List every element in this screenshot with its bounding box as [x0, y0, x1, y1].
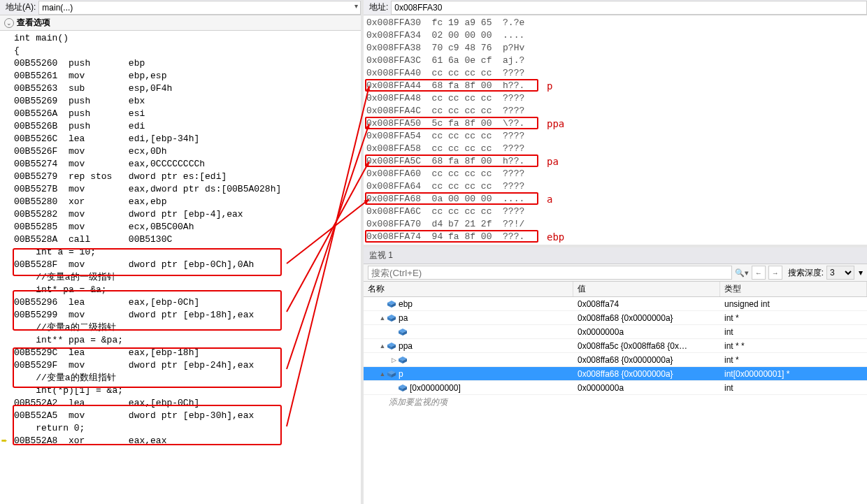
- code-line[interactable]: 00B5526C lea edi,[ebp-34h]: [14, 133, 361, 145]
- expander-icon[interactable]: ▲: [379, 343, 386, 350]
- code-line[interactable]: //变量a的数组指针: [14, 372, 361, 384]
- memory-line[interactable]: 0x008FFA70 d4 b7 21 2f ??!/: [366, 218, 864, 231]
- watch-var-name: pa: [399, 313, 408, 323]
- search-next-button[interactable]: →: [768, 266, 782, 280]
- code-line[interactable]: 00B5528A call 00B5130C: [14, 233, 361, 246]
- watch-var-type: int[0x00000001] *: [720, 367, 867, 380]
- code-line[interactable]: //变量a的二级指针: [14, 322, 361, 334]
- code-line[interactable]: {: [14, 45, 361, 57]
- expander-icon[interactable]: ▷: [390, 357, 397, 363]
- search-prev-button[interactable]: ←: [752, 266, 766, 280]
- disassembly-listing[interactable]: int main(){00B55260 push ebp00B55261 mov…: [0, 31, 361, 504]
- memory-line[interactable]: 0x008FFA34 02 00 00 00 ....: [366, 29, 864, 42]
- watch-row[interactable]: ▲p0x008ffa68 {0x0000000a}int[0x00000001]…: [364, 367, 867, 381]
- variable-icon: [387, 343, 396, 350]
- watch-row[interactable]: ebp0x008ffa74unsigned int: [364, 297, 867, 311]
- watch-var-name: ebp: [399, 299, 413, 309]
- code-line[interactable]: 00B5526A push esi: [14, 108, 361, 120]
- code-line[interactable]: 00B55299 mov dword ptr [ebp-18h],eax: [14, 309, 361, 322]
- memory-line[interactable]: 0x008FFA60 cc cc cc cc ????: [366, 168, 864, 180]
- code-line[interactable]: 00B55282 mov dword ptr [ebp-4],eax: [14, 208, 361, 221]
- memory-line[interactable]: 0x008FFA5C 68 fa 8f 00 h??.: [366, 155, 864, 168]
- memory-line[interactable]: 0x008FFA54 cc cc cc cc ????: [366, 130, 864, 143]
- watch-row[interactable]: ▷0x008ffa68 {0x0000000a}int *: [364, 353, 867, 367]
- memory-line[interactable]: 0x008FFA58 cc cc cc cc ????: [366, 143, 864, 155]
- memory-dump[interactable]: 0x008FFA30 fc 19 a9 65 ?.?e0x008FFA34 02…: [364, 15, 867, 247]
- memory-var-label: pa: [547, 155, 559, 168]
- code-line[interactable]: return 0;: [14, 422, 361, 435]
- memory-line[interactable]: 0x008FFA40 cc cc cc cc ????: [366, 67, 864, 80]
- code-line[interactable]: 00B5526F mov ecx,0Dh: [14, 145, 361, 158]
- code-line[interactable]: 00B552A8 xor eax,eax: [14, 435, 361, 447]
- watch-panel-title: 监视 1: [364, 247, 867, 264]
- code-line[interactable]: 00B55269 push ebx: [14, 95, 361, 108]
- watch-search-input[interactable]: [368, 266, 732, 280]
- code-line[interactable]: 00B5529F mov dword ptr [ebp-24h],eax: [14, 359, 361, 372]
- memory-line[interactable]: 0x008FFA38 70 c9 48 76 p?Hv: [366, 42, 864, 55]
- watch-row[interactable]: [0x00000000]0x0000000aint: [364, 381, 867, 395]
- watch-var-type: int: [720, 325, 867, 338]
- right-address-label: 地址:: [364, 1, 391, 13]
- code-line[interactable]: 00B5527B mov eax,dword ptr ds:[00B5A028h…: [14, 183, 361, 196]
- code-line[interactable]: int a = 10;: [14, 246, 361, 259]
- expander-icon[interactable]: ▲: [379, 315, 386, 322]
- memory-line[interactable]: 0x008FFA44 68 fa 8f 00 h??.: [366, 80, 864, 92]
- memory-line[interactable]: 0x008FFA50 5c fa 8f 00 \??.: [366, 117, 864, 130]
- code-line[interactable]: 00B55285 mov ecx,0B5C00Ah: [14, 221, 361, 233]
- memory-line[interactable]: 0x008FFA30 fc 19 a9 65 ?.?e: [366, 17, 864, 29]
- right-address-input[interactable]: [391, 1, 867, 15]
- code-line[interactable]: int main(): [14, 32, 361, 45]
- memory-line[interactable]: 0x008FFA64 cc cc cc cc ????: [366, 180, 864, 193]
- code-line[interactable]: 00B55263 sub esp,0F4h: [14, 82, 361, 95]
- code-line[interactable]: 00B552A5 mov dword ptr [ebp-30h],eax: [14, 410, 361, 422]
- code-line[interactable]: 00B55260 push ebp: [14, 57, 361, 70]
- code-line[interactable]: 00B552A2 lea eax,[ebp-0Ch]: [14, 397, 361, 410]
- watch-row[interactable]: ▲pa0x008ffa68 {0x0000000a}int *: [364, 311, 867, 325]
- code-line[interactable]: int(*p)[1] = &a;: [14, 384, 361, 397]
- view-options-bar[interactable]: ⌄ 查看选项: [0, 15, 361, 31]
- code-line[interactable]: 00B55279 rep stos dword ptr es:[edi]: [14, 171, 361, 183]
- expander-icon[interactable]: ▲: [379, 370, 386, 377]
- code-line[interactable]: //变量a的一级指针: [14, 271, 361, 284]
- search-depth-select[interactable]: 3: [826, 266, 854, 280]
- code-line[interactable]: 00B55280 xor eax,ebp: [14, 196, 361, 208]
- memory-line[interactable]: 0x008FFA74 94 fa 8f 00 ???.: [366, 231, 864, 243]
- code-line[interactable]: 00B55274 mov eax,0CCCCCCCCh: [14, 158, 361, 171]
- code-line[interactable]: 00B5528F mov dword ptr [ebp-0Ch],0Ah: [14, 259, 361, 271]
- watch-var-value: 0x0000000a: [573, 325, 720, 338]
- watch-var-value: 0x008ffa68 {0x0000000a}: [573, 367, 720, 380]
- memory-line[interactable]: 0x008FFA4C cc cc cc cc ????: [366, 105, 864, 117]
- variable-icon: [399, 357, 407, 363]
- code-line[interactable]: 00B5526B push edi: [14, 120, 361, 133]
- watch-col-value[interactable]: 值: [573, 282, 720, 296]
- memory-line[interactable]: 0x008FFA48 cc cc cc cc ????: [366, 92, 864, 105]
- watch-row[interactable]: 0x0000000aint: [364, 325, 867, 339]
- memory-line[interactable]: 0x008FFA6C cc cc cc cc ????: [366, 206, 864, 218]
- watch-var-type: int * *: [720, 339, 867, 352]
- code-line[interactable]: 00B55296 lea eax,[ebp-0Ch]: [14, 296, 361, 309]
- watch-var-value: 0x008ffa5c {0x008ffa68 {0x…: [573, 339, 720, 352]
- code-line[interactable]: int** ppa = &pa;: [14, 334, 361, 347]
- memory-var-label: a: [547, 193, 552, 206]
- watch-add-item[interactable]: 添加要监视的项: [364, 395, 867, 410]
- watch-var-type: unsigned int: [720, 297, 867, 310]
- memory-line[interactable]: 0x008FFA68 0a 00 00 00 ....: [366, 193, 864, 206]
- code-line[interactable]: 00B55261 mov ebp,esp: [14, 70, 361, 82]
- watch-col-type[interactable]: 类型: [720, 282, 867, 296]
- search-icon[interactable]: 🔍▾: [735, 266, 749, 280]
- code-line[interactable]: 00B5529C lea eax,[ebp-18h]: [14, 347, 361, 359]
- chevron-down-icon[interactable]: ⌄: [4, 18, 14, 28]
- watch-var-name: [0x00000000]: [410, 383, 461, 393]
- memory-var-label: ppa: [547, 117, 564, 130]
- memory-line[interactable]: 0x008FFA3C 61 6a 0e cf aj.?: [366, 55, 864, 67]
- watch-table: 名称 值 类型 ebp0x008ffa74unsigned int▲pa0x00…: [364, 282, 867, 504]
- watch-col-name[interactable]: 名称: [364, 282, 573, 296]
- watch-search-bar: 🔍▾ ← → 搜索深度: 3 ▾: [364, 264, 867, 282]
- search-depth-label: 搜索深度:: [788, 267, 824, 279]
- watch-row[interactable]: ▲ppa0x008ffa5c {0x008ffa68 {0x…int * *: [364, 339, 867, 353]
- watch-var-value: 0x0000000a: [573, 381, 720, 394]
- left-address-select[interactable]: [38, 1, 361, 15]
- code-line[interactable]: int* pa = &a;: [14, 284, 361, 296]
- left-address-bar: 地址(A): ▾: [0, 0, 361, 15]
- disassembly-panel: 地址(A): ▾ ⌄ 查看选项 int main(){00B55260 push…: [0, 0, 364, 504]
